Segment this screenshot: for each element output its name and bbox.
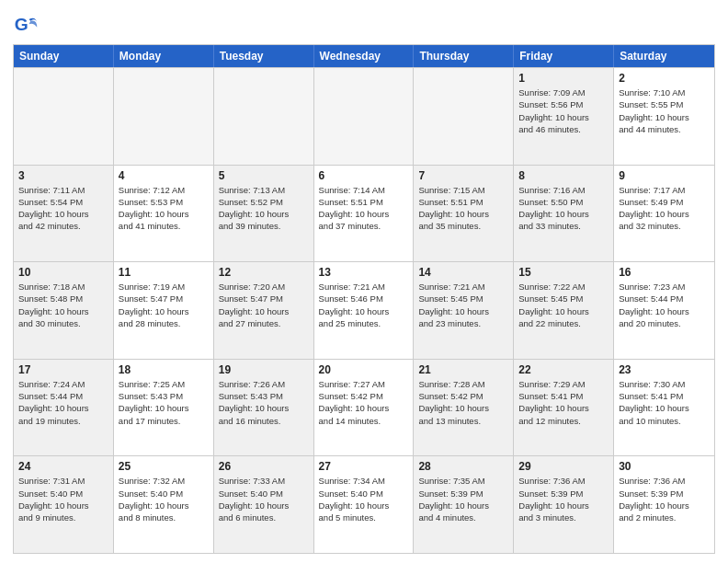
weekday-header: Monday <box>114 45 214 67</box>
page: G SundayMondayTuesdayWednesdayThursdayFr… <box>0 0 728 563</box>
day-number: 4 <box>119 169 209 182</box>
cell-info: Sunrise: 7:11 AM Sunset: 5:54 PM Dayligh… <box>18 184 108 233</box>
day-number: 9 <box>619 169 710 182</box>
calendar-cell: 10Sunrise: 7:18 AM Sunset: 5:48 PM Dayli… <box>14 262 114 359</box>
cell-info: Sunrise: 7:21 AM Sunset: 5:45 PM Dayligh… <box>418 281 508 329</box>
calendar-row: 3Sunrise: 7:11 AM Sunset: 5:54 PM Daylig… <box>14 165 714 262</box>
calendar-cell: 20Sunrise: 7:27 AM Sunset: 5:42 PM Dayli… <box>314 360 415 456</box>
day-number: 20 <box>319 363 409 376</box>
cell-info: Sunrise: 7:10 AM Sunset: 5:55 PM Dayligh… <box>619 86 710 135</box>
calendar-cell: 22Sunrise: 7:29 AM Sunset: 5:41 PM Dayli… <box>514 360 614 456</box>
cell-info: Sunrise: 7:14 AM Sunset: 5:51 PM Dayligh… <box>319 184 409 233</box>
calendar-cell: 1Sunrise: 7:09 AM Sunset: 5:56 PM Daylig… <box>514 68 614 165</box>
cell-info: Sunrise: 7:26 AM Sunset: 5:43 PM Dayligh… <box>219 378 309 427</box>
calendar-cell: 7Sunrise: 7:15 AM Sunset: 5:51 PM Daylig… <box>414 166 514 262</box>
day-number: 17 <box>18 363 108 376</box>
calendar-cell: 16Sunrise: 7:23 AM Sunset: 5:44 PM Dayli… <box>614 262 714 359</box>
day-number: 21 <box>418 363 508 376</box>
cell-info: Sunrise: 7:33 AM Sunset: 5:40 PM Dayligh… <box>219 475 309 523</box>
cell-info: Sunrise: 7:27 AM Sunset: 5:42 PM Dayligh… <box>319 378 409 427</box>
cell-info: Sunrise: 7:13 AM Sunset: 5:52 PM Dayligh… <box>219 184 309 233</box>
cell-info: Sunrise: 7:29 AM Sunset: 5:41 PM Dayligh… <box>518 378 609 427</box>
cell-info: Sunrise: 7:16 AM Sunset: 5:50 PM Dayligh… <box>518 184 609 233</box>
day-number: 16 <box>619 266 710 279</box>
calendar-cell: 23Sunrise: 7:30 AM Sunset: 5:41 PM Dayli… <box>614 360 714 456</box>
day-number: 18 <box>119 363 209 376</box>
day-number: 2 <box>619 72 710 85</box>
cell-info: Sunrise: 7:12 AM Sunset: 5:53 PM Dayligh… <box>119 184 209 233</box>
cell-info: Sunrise: 7:09 AM Sunset: 5:56 PM Dayligh… <box>518 86 609 135</box>
cell-info: Sunrise: 7:25 AM Sunset: 5:43 PM Dayligh… <box>119 378 209 427</box>
weekday-header: Saturday <box>614 45 714 67</box>
day-number: 5 <box>219 169 309 182</box>
cell-info: Sunrise: 7:34 AM Sunset: 5:40 PM Dayligh… <box>319 475 409 523</box>
calendar-cell: 6Sunrise: 7:14 AM Sunset: 5:51 PM Daylig… <box>314 166 415 262</box>
cell-info: Sunrise: 7:19 AM Sunset: 5:47 PM Dayligh… <box>119 281 209 329</box>
weekday-header: Thursday <box>414 45 514 67</box>
day-number: 22 <box>518 363 609 376</box>
calendar-cell <box>114 68 214 165</box>
cell-info: Sunrise: 7:23 AM Sunset: 5:44 PM Dayligh… <box>619 281 710 329</box>
calendar-row: 1Sunrise: 7:09 AM Sunset: 5:56 PM Daylig… <box>14 67 714 165</box>
day-number: 23 <box>619 363 710 376</box>
calendar-cell: 5Sunrise: 7:13 AM Sunset: 5:52 PM Daylig… <box>214 166 314 262</box>
calendar-row: 10Sunrise: 7:18 AM Sunset: 5:48 PM Dayli… <box>14 261 714 359</box>
day-number: 27 <box>319 460 409 473</box>
day-number: 19 <box>219 363 309 376</box>
calendar-cell: 12Sunrise: 7:20 AM Sunset: 5:47 PM Dayli… <box>214 262 314 359</box>
day-number: 14 <box>418 266 508 279</box>
day-number: 10 <box>18 266 108 279</box>
cell-info: Sunrise: 7:17 AM Sunset: 5:49 PM Dayligh… <box>619 184 710 233</box>
cell-info: Sunrise: 7:28 AM Sunset: 5:42 PM Dayligh… <box>418 378 508 427</box>
calendar-body: 1Sunrise: 7:09 AM Sunset: 5:56 PM Daylig… <box>14 67 714 553</box>
calendar-cell: 11Sunrise: 7:19 AM Sunset: 5:47 PM Dayli… <box>114 262 214 359</box>
calendar-cell: 17Sunrise: 7:24 AM Sunset: 5:44 PM Dayli… <box>14 360 114 456</box>
calendar-cell: 19Sunrise: 7:26 AM Sunset: 5:43 PM Dayli… <box>214 360 314 456</box>
calendar-cell: 8Sunrise: 7:16 AM Sunset: 5:50 PM Daylig… <box>514 166 614 262</box>
header: G <box>13 9 715 39</box>
day-number: 6 <box>319 169 409 182</box>
day-number: 11 <box>119 266 209 279</box>
weekday-header: Wednesday <box>314 45 415 67</box>
calendar-cell: 25Sunrise: 7:32 AM Sunset: 5:40 PM Dayli… <box>114 456 214 553</box>
day-number: 30 <box>619 460 710 473</box>
weekday-header: Friday <box>514 45 614 67</box>
day-number: 1 <box>518 72 609 85</box>
day-number: 28 <box>418 460 508 473</box>
calendar-cell: 14Sunrise: 7:21 AM Sunset: 5:45 PM Dayli… <box>414 262 514 359</box>
calendar-row: 17Sunrise: 7:24 AM Sunset: 5:44 PM Dayli… <box>14 359 714 456</box>
day-number: 3 <box>18 169 108 182</box>
calendar: SundayMondayTuesdayWednesdayThursdayFrid… <box>13 44 715 554</box>
calendar-cell: 26Sunrise: 7:33 AM Sunset: 5:40 PM Dayli… <box>214 456 314 553</box>
calendar-cell: 27Sunrise: 7:34 AM Sunset: 5:40 PM Dayli… <box>314 456 415 553</box>
calendar-cell: 9Sunrise: 7:17 AM Sunset: 5:49 PM Daylig… <box>614 166 714 262</box>
calendar-cell <box>314 68 415 165</box>
cell-info: Sunrise: 7:36 AM Sunset: 5:39 PM Dayligh… <box>619 475 710 523</box>
day-number: 12 <box>219 266 309 279</box>
logo: G <box>13 13 40 39</box>
cell-info: Sunrise: 7:36 AM Sunset: 5:39 PM Dayligh… <box>518 475 609 523</box>
calendar-cell <box>214 68 314 165</box>
calendar-cell <box>14 68 114 165</box>
calendar-cell: 18Sunrise: 7:25 AM Sunset: 5:43 PM Dayli… <box>114 360 214 456</box>
day-number: 15 <box>518 266 609 279</box>
cell-info: Sunrise: 7:31 AM Sunset: 5:40 PM Dayligh… <box>18 475 108 523</box>
day-number: 25 <box>119 460 209 473</box>
calendar-header: SundayMondayTuesdayWednesdayThursdayFrid… <box>14 45 714 67</box>
day-number: 7 <box>418 169 508 182</box>
calendar-cell: 28Sunrise: 7:35 AM Sunset: 5:39 PM Dayli… <box>414 456 514 553</box>
day-number: 8 <box>518 169 609 182</box>
cell-info: Sunrise: 7:30 AM Sunset: 5:41 PM Dayligh… <box>619 378 710 427</box>
calendar-row: 24Sunrise: 7:31 AM Sunset: 5:40 PM Dayli… <box>14 455 714 553</box>
cell-info: Sunrise: 7:35 AM Sunset: 5:39 PM Dayligh… <box>418 475 508 523</box>
day-number: 24 <box>18 460 108 473</box>
cell-info: Sunrise: 7:24 AM Sunset: 5:44 PM Dayligh… <box>18 378 108 427</box>
cell-info: Sunrise: 7:22 AM Sunset: 5:45 PM Dayligh… <box>518 281 609 329</box>
weekday-header: Tuesday <box>214 45 314 67</box>
cell-info: Sunrise: 7:18 AM Sunset: 5:48 PM Dayligh… <box>18 281 108 329</box>
calendar-cell: 13Sunrise: 7:21 AM Sunset: 5:46 PM Dayli… <box>314 262 415 359</box>
calendar-cell: 21Sunrise: 7:28 AM Sunset: 5:42 PM Dayli… <box>414 360 514 456</box>
calendar-cell: 15Sunrise: 7:22 AM Sunset: 5:45 PM Dayli… <box>514 262 614 359</box>
day-number: 26 <box>219 460 309 473</box>
svg-text:G: G <box>15 15 28 34</box>
